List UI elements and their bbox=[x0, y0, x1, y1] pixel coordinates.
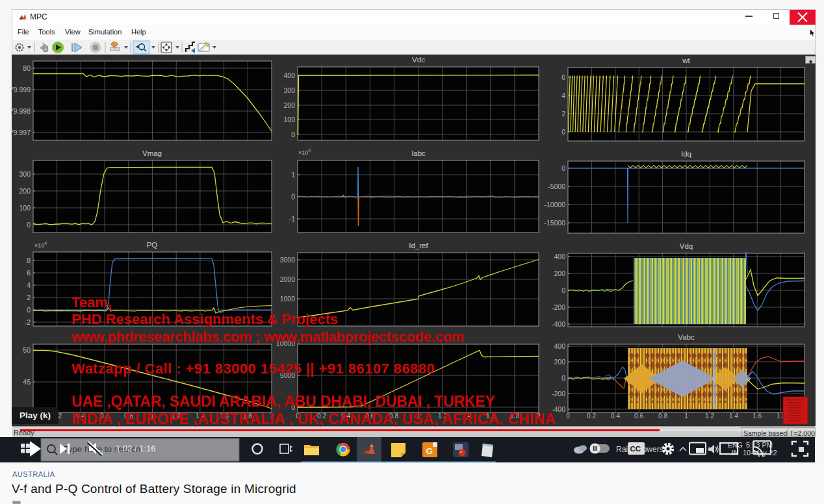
svg-text:-1: -1 bbox=[289, 215, 295, 223]
svg-text:×104: ×104 bbox=[34, 241, 47, 249]
svg-text:1: 1 bbox=[684, 412, 688, 420]
svg-text:Iabc: Iabc bbox=[411, 149, 426, 157]
svg-text:400: 400 bbox=[554, 253, 565, 260]
svg-text:2: 2 bbox=[561, 110, 565, 118]
svg-text:2: 2 bbox=[27, 294, 31, 301]
svg-text:400: 400 bbox=[554, 342, 565, 350]
svg-text:50: 50 bbox=[23, 346, 31, 354]
svg-text:4: 4 bbox=[27, 281, 31, 289]
svg-text:1000: 1000 bbox=[280, 295, 296, 303]
svg-text:0.2: 0.2 bbox=[587, 412, 596, 420]
svg-text:0: 0 bbox=[566, 412, 570, 420]
svg-text:-15000: -15000 bbox=[544, 219, 565, 227]
svg-text:-200: -200 bbox=[552, 303, 565, 311]
svg-text:×104: ×104 bbox=[298, 148, 311, 156]
svg-text:Vmag: Vmag bbox=[142, 149, 162, 157]
svg-text:Vabc: Vabc bbox=[678, 333, 695, 341]
svg-text:3000: 3000 bbox=[280, 256, 296, 264]
svg-text:6: 6 bbox=[561, 73, 565, 81]
svg-text:Vdc: Vdc bbox=[412, 56, 425, 64]
svg-text:wt: wt bbox=[682, 57, 690, 64]
svg-text:-2: -2 bbox=[25, 318, 31, 326]
svg-text:0: 0 bbox=[561, 128, 565, 136]
svg-text:300: 300 bbox=[283, 86, 295, 94]
svg-text:79.999: 79.999 bbox=[10, 86, 31, 94]
svg-text:1.4: 1.4 bbox=[729, 412, 738, 420]
svg-text:79.997: 79.997 bbox=[10, 129, 31, 136]
svg-text:-10000: -10000 bbox=[544, 201, 565, 208]
svg-text:6: 6 bbox=[27, 269, 31, 277]
svg-text:200: 200 bbox=[554, 358, 565, 366]
svg-text:0: 0 bbox=[561, 374, 565, 382]
svg-text:CC: CC bbox=[630, 445, 641, 453]
svg-text:Id_ref: Id_ref bbox=[409, 242, 428, 249]
svg-text:0.4: 0.4 bbox=[611, 412, 620, 420]
svg-text:200: 200 bbox=[283, 101, 295, 109]
svg-text:80: 80 bbox=[23, 64, 31, 72]
svg-text:1: 1 bbox=[291, 171, 295, 179]
svg-text:PQ: PQ bbox=[147, 241, 158, 249]
svg-text:100: 100 bbox=[283, 116, 295, 123]
svg-text:0: 0 bbox=[291, 193, 295, 201]
svg-text:0: 0 bbox=[561, 164, 565, 172]
svg-text:-400: -400 bbox=[552, 320, 565, 328]
svg-text:0: 0 bbox=[291, 131, 295, 138]
svg-text:-5000: -5000 bbox=[548, 183, 565, 190]
svg-text:-200: -200 bbox=[552, 390, 565, 397]
svg-text:Vdq: Vdq bbox=[680, 242, 693, 250]
svg-text:0: 0 bbox=[27, 306, 31, 314]
svg-text:45: 45 bbox=[23, 378, 31, 386]
svg-text:8: 8 bbox=[27, 257, 31, 264]
svg-text:200: 200 bbox=[554, 270, 565, 277]
svg-text:0: 0 bbox=[561, 286, 565, 294]
svg-text:300: 300 bbox=[19, 170, 31, 178]
svg-text:2000: 2000 bbox=[280, 275, 296, 283]
svg-text:0.6: 0.6 bbox=[634, 412, 643, 420]
svg-text:1.2: 1.2 bbox=[705, 412, 714, 420]
svg-text:1.6: 1.6 bbox=[753, 412, 762, 420]
svg-text:400: 400 bbox=[283, 71, 295, 79]
svg-text:Idq: Idq bbox=[681, 150, 691, 158]
svg-text:100: 100 bbox=[19, 204, 31, 212]
svg-text:200: 200 bbox=[19, 187, 31, 195]
svg-text:0: 0 bbox=[27, 221, 31, 229]
svg-text:0.8: 0.8 bbox=[658, 412, 667, 420]
svg-text:1:02 / 1:16: 1:02 / 1:16 bbox=[116, 444, 155, 453]
svg-text:4: 4 bbox=[561, 92, 565, 99]
svg-text:79.998: 79.998 bbox=[10, 107, 31, 115]
